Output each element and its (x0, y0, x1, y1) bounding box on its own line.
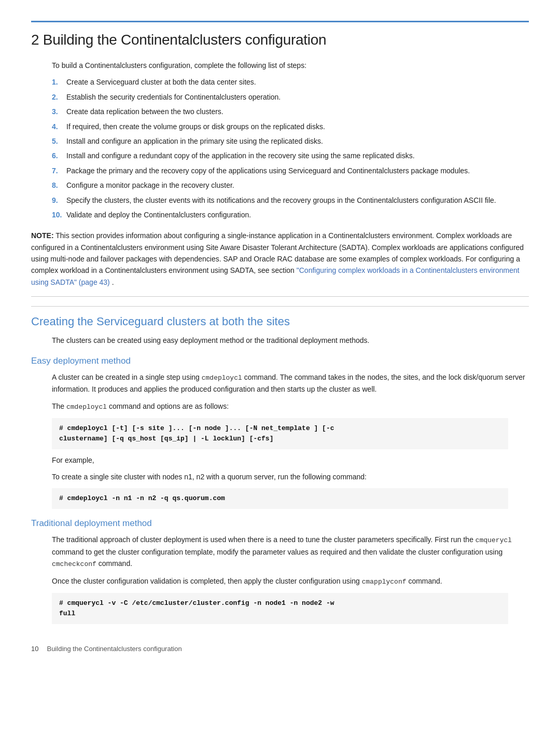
step-number: 7. (52, 165, 66, 176)
list-item: 5.Install and configure an application i… (52, 135, 529, 147)
list-item: 1.Create a Serviceguard cluster at both … (52, 76, 529, 88)
note-box: NOTE: This section provides information … (31, 230, 529, 297)
subsection1-code-block: # cmdeploycl [-t] [-s site ]... [-n node… (52, 418, 508, 449)
step-text: Install and configure a redundant copy o… (66, 150, 415, 161)
subsection2-heading: Traditional deployment method (31, 518, 529, 529)
step-number: 6. (52, 150, 66, 161)
page-title: 2 Building the Continentalclusters confi… (31, 32, 529, 48)
step-number: 2. (52, 91, 66, 103)
subsection1-para2: The cmdeploycl command and options are a… (52, 400, 529, 413)
note-trailing: . (110, 278, 114, 286)
step-number: 9. (52, 195, 66, 206)
list-item: 6.Install and configure a redundant copy… (52, 150, 529, 161)
subsection1-code2: cmdeploycl (66, 403, 107, 411)
section1-heading: Creating the Serviceguard clusters at bo… (31, 315, 529, 328)
step-number: 8. (52, 179, 66, 191)
subsection2-para2: Once the cluster configuration validatio… (52, 575, 529, 588)
subsection2-code2: cmcheckconf (52, 560, 96, 568)
footer-text: Building the Continentalclusters configu… (47, 645, 181, 653)
list-item: 9.Specify the clusters, the cluster even… (52, 195, 529, 206)
list-item: 4.If required, then create the volume gr… (52, 121, 529, 132)
list-item: 3.Create data replication between the tw… (52, 106, 529, 117)
step-text: Install and configure an application in … (66, 135, 323, 147)
step-text: Create data replication between the two … (66, 106, 223, 117)
list-item: 7.Package the primary and the recovery c… (52, 165, 529, 176)
step-text: Configure a monitor package in the recov… (66, 179, 234, 191)
subsection2-code3: cmapplyconf (362, 578, 407, 586)
step-number: 4. (52, 121, 66, 132)
step-number: 5. (52, 135, 66, 147)
subsection2-code-block: # cmquerycl -v -C /etc/cmcluster/cluster… (52, 593, 508, 624)
page-number: 10 (31, 645, 38, 653)
subsection2-para1: The traditional approach of cluster depl… (52, 534, 529, 570)
page-header: 2 Building the Continentalclusters confi… (31, 21, 529, 48)
subsection2-code1: cmquerycl (475, 536, 512, 544)
step-text: Validate and deploy the Continentalclust… (66, 209, 251, 220)
step-text: Create a Serviceguard cluster at both th… (66, 76, 256, 88)
subsection1-para4: To create a single site cluster with nod… (52, 471, 529, 482)
section1-intro: The clusters can be created using easy d… (52, 335, 529, 346)
step-text: Package the primary and the recovery cop… (66, 165, 470, 176)
subsection1-code-block2: # cmdeploycl -n n1 -n n2 -q qs.quorum.co… (52, 488, 508, 509)
note-label: NOTE: (31, 231, 54, 240)
step-text: Establish the security credentials for C… (66, 91, 281, 103)
steps-list: 1.Create a Serviceguard cluster at both … (52, 76, 529, 220)
step-number: 10. (52, 209, 66, 220)
list-item: 8.Configure a monitor package in the rec… (52, 179, 529, 191)
subsection1-heading: Easy deployment method (31, 356, 529, 366)
subsection1-para3: For example, (52, 454, 529, 466)
list-item: 10.Validate and deploy the Continentalcl… (52, 209, 529, 220)
step-text: Specify the clusters, the cluster events… (66, 195, 496, 206)
step-number: 1. (52, 76, 66, 88)
page-footer: 10 Building the Continentalclusters conf… (31, 645, 529, 653)
list-item: 2.Establish the security credentials for… (52, 91, 529, 103)
step-text: If required, then create the volume grou… (66, 121, 325, 132)
subsection1-code1: cmdeploycl (202, 374, 242, 382)
subsection1-para1: A cluster can be created in a single ste… (52, 371, 529, 395)
intro-paragraph: To build a Continentalclusters configura… (52, 60, 529, 71)
step-number: 3. (52, 106, 66, 117)
section-divider (31, 306, 529, 307)
